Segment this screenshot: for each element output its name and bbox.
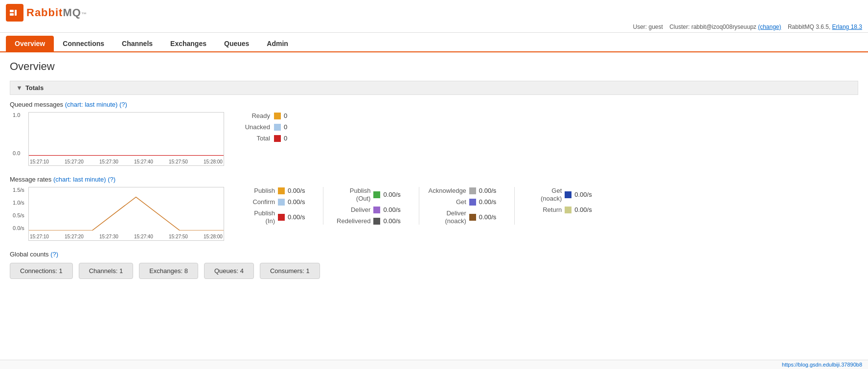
unacked-stat: Unacked 0 [236, 123, 314, 131]
deliver-noack-rate: Deliver(noack) 0.00/s [427, 209, 496, 225]
collapse-arrow[interactable]: ▼ [16, 84, 23, 92]
publish-in-color [278, 214, 285, 221]
queued-y-labels: 1.0 0.0 [13, 112, 20, 156]
queued-stats: Ready 0 Unacked 0 Total 0 [236, 112, 314, 146]
erlang-link[interactable]: Erlang 18.3 [832, 23, 862, 30]
queued-chart-row: 1.0 0.0 15:27:10 15:27:20 15:27:30 15:27… [10, 112, 858, 166]
get-noack-rate: Get(noack) 0.00/s [523, 187, 592, 202]
get-rate: Get 0.00/s [427, 198, 496, 206]
counts-row: Connections: 1 Channels: 1 Exchanges: 8 … [10, 263, 858, 279]
change-link[interactable]: (change) [758, 23, 781, 30]
logo-bar: RabbitMQ™ [0, 0, 868, 22]
unacked-color [274, 124, 281, 131]
logo-text: RabbitMQ™ [26, 6, 87, 19]
message-rates-label: Message rates (chart: last minute) (?) [10, 176, 858, 183]
acknowledge-color [469, 187, 476, 194]
global-counts-label: Global counts (?) [10, 251, 858, 258]
totals-header: ▼ Totals [10, 81, 858, 95]
user-label: User: guest [633, 23, 663, 30]
divider-1 [323, 187, 323, 225]
get-color [469, 199, 476, 206]
cluster-value: rabbit@izoq008ryseuupz [691, 23, 756, 30]
baseline-line [29, 155, 224, 156]
rates-col-2: Publish(Out) 0.00/s Deliver 0.00/s Redel… [331, 187, 411, 225]
rates-chart-link[interactable]: (chart: last minute) [53, 176, 106, 183]
publish-out-rate: Publish(Out) 0.00/s [331, 187, 400, 202]
return-rate: Return 0.00/s [523, 206, 592, 213]
publish-out-color [373, 191, 380, 198]
queued-chart-link[interactable]: (chart: last minute) [65, 101, 118, 108]
connections-count[interactable]: Connections: 1 [10, 263, 73, 279]
deliver-noack-color [469, 214, 476, 221]
nav-channels[interactable]: Channels [113, 36, 161, 51]
nav-overview[interactable]: Overview [6, 36, 54, 51]
divider-3 [514, 187, 515, 225]
page-title: Overview [10, 60, 858, 73]
logo-icon [6, 4, 23, 22]
confirm-rate: Confirm 0.00/s [236, 198, 305, 206]
rates-col-4: Get(noack) 0.00/s Return 0.00/s [523, 187, 602, 225]
consumers-count[interactable]: Consumers: 1 [260, 263, 320, 279]
main-content: Overview ▼ Totals Queued messages (chart… [0, 52, 868, 297]
queued-messages-section: Queued messages (chart: last minute) (?)… [10, 101, 858, 166]
confirm-color [278, 199, 285, 206]
publish-rate: Publish 0.00/s [236, 187, 305, 194]
publish-in-rate: Publish(In) 0.00/s [236, 209, 305, 225]
deliver-color [373, 207, 380, 213]
rates-y-labels: 1.5/s 1.0/s 0.5/s 0.0/s [13, 187, 24, 231]
nav-bar: Overview Connections Channels Exchanges … [0, 36, 868, 52]
return-color [565, 207, 571, 213]
nav-admin[interactable]: Admin [258, 36, 297, 51]
redelivered-color [373, 218, 380, 225]
top-bar: User: guest Cluster: rabbit@izoq008ryseu… [0, 22, 868, 33]
queued-chart-inner [29, 113, 224, 156]
acknowledge-rate: Acknowledge 0.00/s [427, 187, 496, 194]
divider-2 [419, 187, 419, 225]
rates-stats: Publish 0.00/s Confirm 0.00/s Publish(In… [236, 187, 602, 225]
nav-queues[interactable]: Queues [215, 36, 258, 51]
cluster-label: Cluster: [669, 23, 689, 30]
totals-label: Totals [25, 84, 44, 92]
rates-chart-inner [29, 187, 224, 231]
rates-chart-box: 15:27:10 15:27:20 15:27:30 15:27:40 15:2… [28, 187, 224, 241]
rates-col-1: Publish 0.00/s Confirm 0.00/s Publish(In… [236, 187, 315, 225]
queued-x-labels: 15:27:10 15:27:20 15:27:30 15:27:40 15:2… [29, 159, 224, 164]
deliver-rate: Deliver 0.00/s [331, 206, 400, 213]
svg-rect-2 [15, 10, 17, 16]
nav-connections[interactable]: Connections [54, 36, 113, 51]
message-rates-section: Message rates (chart: last minute) (?) 1… [10, 176, 858, 241]
ready-color [274, 113, 281, 119]
get-noack-color [565, 191, 571, 198]
svg-rect-1 [10, 13, 14, 16]
svg-rect-0 [10, 10, 14, 12]
rates-chart-svg [29, 187, 224, 231]
version-label: RabbitMQ 3.6.5, [788, 23, 830, 30]
nav-exchanges[interactable]: Exchanges [161, 36, 215, 51]
rates-chart-row: 1.5/s 1.0/s 0.5/s 0.0/s 15:27:10 15:27:2… [10, 187, 858, 241]
ready-stat: Ready 0 [236, 112, 314, 119]
total-stat: Total 0 [236, 135, 314, 142]
queued-help[interactable]: (?) [119, 101, 127, 108]
global-counts-help[interactable]: (?) [50, 251, 58, 258]
total-color [274, 135, 281, 142]
queues-count[interactable]: Queues: 4 [204, 263, 254, 279]
channels-count[interactable]: Channels: 1 [79, 263, 133, 279]
queued-messages-label: Queued messages (chart: last minute) (?) [10, 101, 858, 108]
publish-color [278, 187, 285, 194]
rates-col-3: Acknowledge 0.00/s Get 0.00/s Deliver(no… [427, 187, 506, 225]
redelivered-rate: Redelivered 0.00/s [331, 217, 400, 225]
rates-help[interactable]: (?) [108, 176, 115, 183]
global-counts-section: Global counts (?) Connections: 1 Channel… [10, 251, 858, 279]
exchanges-count[interactable]: Exchanges: 8 [139, 263, 198, 279]
rates-x-labels: 15:27:10 15:27:20 15:27:30 15:27:40 15:2… [29, 234, 224, 239]
queued-chart-box: 15:27:10 15:27:20 15:27:30 15:27:40 15:2… [28, 112, 224, 166]
